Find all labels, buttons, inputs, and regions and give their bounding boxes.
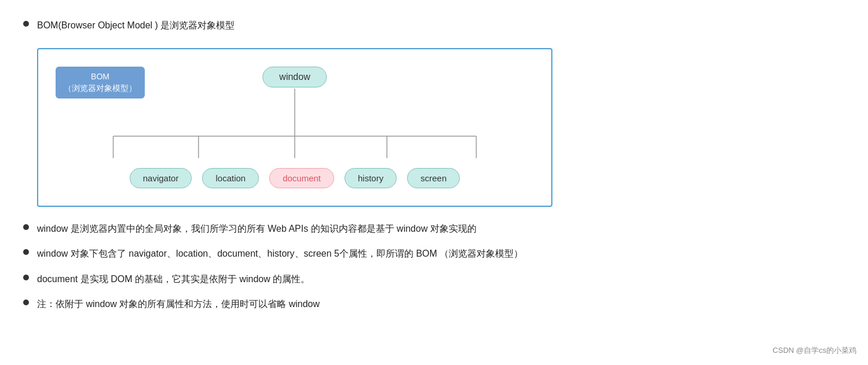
bullet-item-2: window 是浏览器内置中的全局对象，我们所学习的所有 Web APIs 的知… [23,221,845,236]
footer-credit: CSDN @自学cs的小菜鸡 [772,345,856,356]
screen-node: screen [407,168,460,188]
diagram-inner: BOM （浏览器对象模型） window navigator location … [56,61,534,188]
bullet-text-1: BOM(Browser Object Model ) 是浏览器对象模型 [37,17,235,33]
bullet-dot-4 [23,275,29,280]
bullet-item-4: document 是实现 DOM 的基础，它其实是依附于 window 的属性。 [23,271,845,287]
bullet-dot-3 [23,249,29,255]
bullet-dot-2 [23,224,29,230]
bullet-dot-5 [23,300,29,305]
bullet-item-1: BOM(Browser Object Model ) 是浏览器对象模型 [23,17,845,33]
bullet-text-3: window 对象下包含了 navigator、location、documen… [37,246,523,261]
bullet-text-2: window 是浏览器内置中的全局对象，我们所学习的所有 Web APIs 的知… [37,221,477,236]
window-node: window [262,67,327,87]
bullet-dot-1 [23,21,29,27]
bom-diagram: BOM （浏览器对象模型） window navigator location … [37,48,552,207]
history-node: history [345,168,397,188]
bullet-text-5: 注：依附于 window 对象的所有属性和方法，使用时可以省略 window [37,296,320,312]
child-nodes-row: navigator location document history scre… [56,168,534,188]
bullet-item-5: 注：依附于 window 对象的所有属性和方法，使用时可以省略 window [23,296,845,312]
bom-label: BOM （浏览器对象模型） [56,67,145,98]
location-node: location [202,168,259,188]
document-node: document [269,168,334,188]
navigator-node: navigator [130,168,192,188]
bullet-text-4: document 是实现 DOM 的基础，它其实是依附于 window 的属性。 [37,271,310,287]
bullet-item-3: window 对象下包含了 navigator、location、documen… [23,246,845,261]
